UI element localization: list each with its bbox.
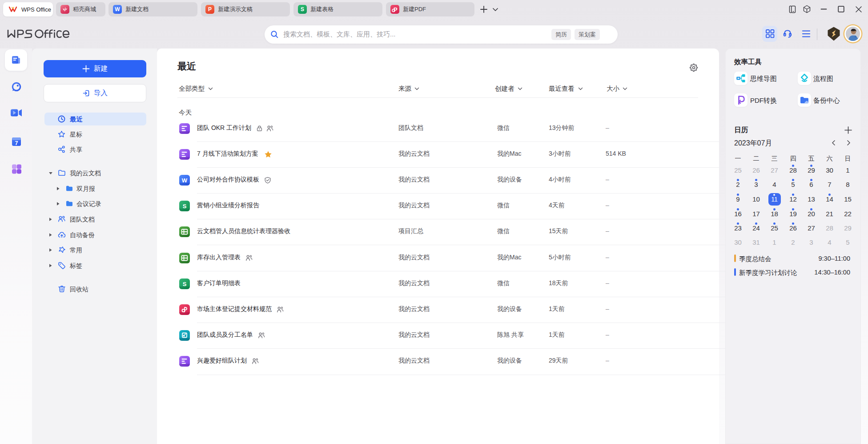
- svg-text:W: W: [182, 177, 188, 184]
- svg-text:S: S: [183, 203, 187, 210]
- svg-text:7: 7: [15, 140, 18, 146]
- svg-text:S: S: [183, 281, 187, 287]
